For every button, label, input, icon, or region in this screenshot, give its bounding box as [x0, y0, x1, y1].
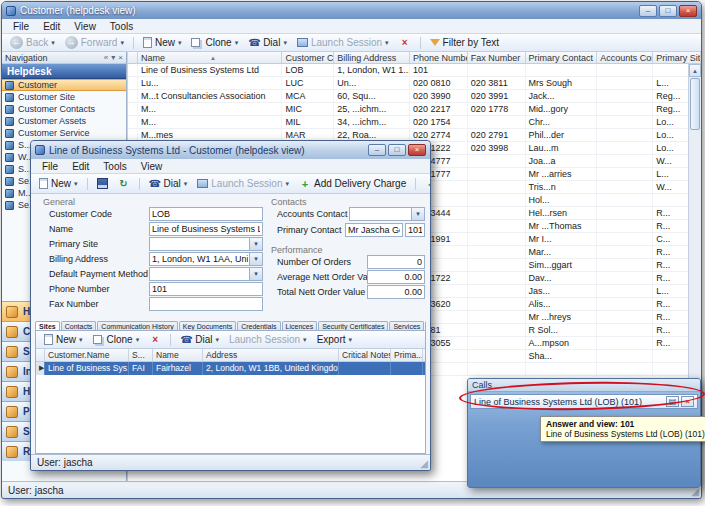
table-row[interactable]: M... MIC 25, ...ichm... 020 2217 020 177… [128, 103, 701, 116]
save-button[interactable] [93, 177, 112, 190]
delete-icon: × [399, 37, 411, 49]
menu-tools[interactable]: Tools [103, 21, 140, 32]
launch-session-button[interactable]: Launch Session ▾ [293, 36, 393, 49]
name-field[interactable] [149, 222, 263, 236]
pin-icon[interactable]: ▾ [111, 53, 115, 63]
cell-primary-contact: Mid...gory [526, 103, 598, 115]
chevron-down-icon[interactable]: ▾ [249, 253, 262, 265]
column-header-name[interactable]: Name [153, 349, 203, 361]
column-header-primary-contact[interactable]: Primary Contact [526, 52, 598, 63]
primary-site-select[interactable]: ▾ [149, 237, 263, 251]
column-header-critical-notes[interactable]: Critical Notes [339, 349, 391, 361]
new-label: New [155, 37, 175, 48]
minimize-button[interactable]: – [639, 5, 657, 17]
column-header-phone-number[interactable]: Phone Number [410, 52, 468, 63]
column-header-primary-site[interactable]: Primary Site [653, 52, 701, 63]
helpdesk-group-header[interactable]: Helpdesk [2, 64, 126, 79]
detail-dial-button[interactable]: ☎ Dial ▾ [145, 177, 192, 191]
contacts-section-label: Contacts [271, 197, 307, 207]
detail-maximize-button[interactable]: □ [388, 144, 406, 156]
phone-number-field[interactable] [149, 282, 263, 296]
resize-grip[interactable]: ◢ [420, 459, 428, 469]
back-button[interactable]: ← Back ▾ [6, 35, 59, 50]
fax-number-field[interactable] [149, 297, 263, 311]
filter-by-text[interactable]: Filter by Text [426, 36, 504, 49]
cell-primary-contact: Mr ...Thomas [526, 220, 598, 232]
sites-dial-button[interactable]: ☎ Dial ▾ [176, 333, 223, 347]
column-header-fax-number[interactable]: Fax Number [468, 52, 526, 63]
cell-primary-contact: Tris...n [526, 181, 598, 193]
sidebar-item[interactable]: Customer Service [2, 127, 126, 139]
primary-contact-phone-field[interactable] [405, 223, 425, 237]
collapse-icon[interactable]: « [104, 53, 108, 63]
phone-icon: ☎ [248, 37, 260, 49]
cell-primary-contact: Sha... [526, 350, 598, 362]
forward-button[interactable]: → Forward ▾ [61, 35, 128, 50]
maximize-button[interactable]: □ [659, 5, 677, 17]
sidebar-item[interactable]: Customer Assets [2, 115, 126, 127]
number-of-orders-value [367, 255, 425, 269]
resize-grip[interactable]: ◢ [691, 487, 699, 497]
panel-close-icon[interactable]: × [118, 53, 123, 63]
main-titlebar[interactable]: Customer (helpdesk view) – □ × [2, 2, 701, 19]
detail-new-button[interactable]: New ▾ [35, 177, 82, 190]
table-row[interactable]: M... MIL 34, ...ichm... 020 1754 Chr... … [128, 116, 701, 129]
chevron-down-icon[interactable]: ▾ [249, 268, 262, 280]
close-button[interactable]: × [679, 5, 697, 17]
menu-file[interactable]: File [6, 21, 36, 32]
incoming-call-entry[interactable]: Line of Business Systems Ltd (LOB) (101)… [470, 394, 698, 409]
detail-menu-file[interactable]: File [35, 161, 65, 172]
dial-button[interactable]: ☎ Dial ▾ [244, 36, 291, 50]
column-header-address[interactable]: Address [203, 349, 339, 361]
chevron-down-icon[interactable]: ▾ [249, 238, 262, 250]
dismiss-call-icon[interactable]: × [681, 396, 694, 407]
site-row-selected[interactable]: ▶ Line of Business Sys... FAI Fairhazel … [36, 362, 425, 375]
chevron-down-icon[interactable]: ▾ [411, 208, 424, 220]
sites-clone-button[interactable]: Clone ▾ [89, 333, 144, 346]
scrollbar-thumb[interactable] [690, 78, 700, 130]
billing-address-select[interactable]: 1, London, W1 1AA, United Kin... ▾ [149, 252, 263, 266]
detail-menu-edit[interactable]: Edit [65, 161, 96, 172]
menu-edit[interactable]: Edit [36, 21, 67, 32]
calls-titlebar[interactable]: Calls [468, 379, 700, 392]
sidebar-item[interactable]: Customer Contacts [2, 103, 126, 115]
detail-menu-tools[interactable]: Tools [96, 161, 133, 172]
new-button[interactable]: New ▾ [139, 36, 186, 49]
table-row[interactable]: M...t Consultancies Association MCA 60, … [128, 90, 701, 103]
customer-code-field[interactable] [149, 207, 263, 221]
table-row[interactable]: Lu... LUC Un... 020 0810 020 3811 Mrs So… [128, 77, 701, 90]
sites-new-label: New [56, 334, 76, 345]
primary-contact-field[interactable] [345, 223, 403, 237]
sites-launch-session-button[interactable]: Launch Session ▾ [225, 333, 311, 346]
refresh-button[interactable]: ↻ [114, 177, 134, 191]
column-header-s[interactable]: S... [129, 349, 153, 361]
sidebar-item[interactable]: Customer Site [2, 91, 126, 103]
detail-minimize-button[interactable]: – [368, 144, 386, 156]
default-payment-method-select[interactable]: ▾ [149, 267, 263, 281]
delete-button[interactable]: × [395, 36, 415, 50]
add-delivery-charge-button[interactable]: + Add Delivery Charge [295, 177, 410, 191]
scroll-up-button[interactable]: ▲ [689, 64, 701, 77]
accounts-contact-select[interactable]: ▾ [349, 207, 425, 221]
sites-delete-button[interactable]: × [145, 333, 165, 347]
column-header-billing-address[interactable]: Billing Address [334, 52, 410, 63]
detail-close-button[interactable]: × [408, 144, 426, 156]
column-header-customer-name[interactable]: Customer.Name [45, 349, 129, 361]
open-record-icon[interactable]: ▤ [666, 396, 679, 407]
column-header-accounts-contact[interactable]: Accounts Con... [597, 52, 653, 63]
detail-menu-view[interactable]: View [134, 161, 170, 172]
column-header-customer-code[interactable]: Customer Code [282, 52, 334, 63]
cell-primary-contact: Lau...m [526, 142, 598, 154]
menu-view[interactable]: View [67, 21, 103, 32]
table-row[interactable]: Line of Business Systems Ltd LOB 1, Lond… [128, 64, 701, 77]
sidebar-item[interactable]: Customer [2, 79, 126, 91]
detail-launch-session-button[interactable]: Launch Session ▾ [193, 177, 293, 190]
sites-new-button[interactable]: New ▾ [40, 333, 87, 346]
sites-export-button[interactable]: Export ▾ [313, 333, 356, 346]
sites-export-label: Export [317, 334, 346, 345]
detail-titlebar[interactable]: Line of Business Systems Ltd - Customer … [31, 141, 430, 159]
validate-button[interactable]: ✓ [421, 177, 430, 191]
column-header-name[interactable]: Name ▲ [138, 52, 282, 63]
column-header-prima[interactable]: Prima... [391, 349, 423, 361]
clone-button[interactable]: Clone ▾ [187, 36, 242, 49]
